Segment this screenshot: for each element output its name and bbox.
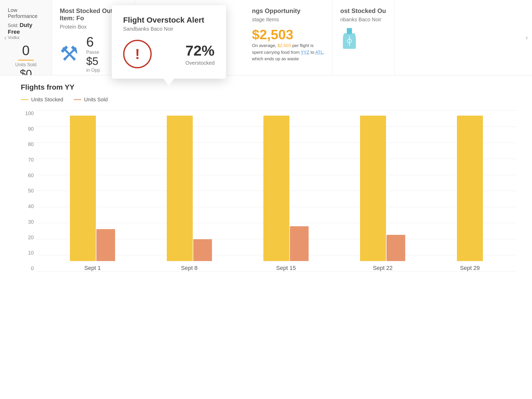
card-savings-opportunity: ngs Opportunity stage Items $2,503 On av… [244,0,332,75]
bars-area: Sept 1 Sept 8 Sept 15 [36,110,516,271]
bar-sold-sept1 [96,229,115,261]
savings-desc-prefix: On average, [252,43,277,48]
stocked-partial-money-label: in Opp [86,68,100,73]
savings-amount: $2,503 [252,27,324,42]
y-label-100: 100 [25,110,36,116]
legend-units-stocked: Units Stocked [21,97,63,103]
legend-label-stocked: Units Stocked [31,97,63,103]
x-label-sept15: Sept 15 [276,265,296,271]
units-sold-value: 0 [22,43,30,58]
bar-sold-sept8 [193,239,212,261]
popup-percent-label: Overstocked [185,60,215,66]
bars-sept15 [263,116,309,261]
y-label-30: 30 [28,219,36,225]
y-label-40: 40 [28,203,36,209]
savings-link-yyz[interactable]: YYZ [301,50,309,55]
legend-dot-sold [74,99,81,100]
chart-area: Flights from YY Units Stocked Units Sold… [0,75,532,399]
bar-stocked-sept15 [263,116,289,261]
alert-exclamation-icon: ! [135,47,140,61]
bar-group-sept29[interactable]: Sept 29 [457,116,483,271]
bar-stocked-sept1 [70,116,96,261]
bottle-icon [340,27,387,54]
last-stocked-title: ost Stocked Ou [340,7,387,15]
bar-stocked-sept8 [167,116,193,261]
popup-percent-value: 72% [185,42,215,59]
y-label-60: 60 [28,172,36,178]
popup-title: Flight Overstock Alert [123,16,215,24]
savings-description: On average, $2,503 per flight is spent c… [252,42,324,62]
savings-desc-link: $2,503 [277,43,291,48]
legend-dot-stocked [21,99,29,100]
svg-rect-1 [347,31,352,34]
stocked-partial-money: $5 [86,55,100,68]
x-label-sept22: Sept 22 [373,265,393,271]
x-label-sept8: Sept 8 [181,265,198,271]
y-label-20: 20 [28,235,36,241]
orange-divider [18,60,34,61]
chart-container: 100 90 80 70 60 50 40 30 20 10 0 [21,110,516,287]
sales-value: $0 [20,68,32,75]
y-label-90: 90 [28,126,36,132]
bar-stocked-sept22 [360,116,386,261]
bar-sold-sept15 [290,226,309,261]
y-label-70: 70 [28,157,36,163]
bar-sold-sept22 [387,235,405,261]
savings-link-atl[interactable]: ATL [315,50,323,55]
flight-overstock-popup: Flight Overstock Alert Sandbanks Baco No… [112,5,226,79]
bars-sept1 [70,116,115,261]
savings-title: ngs Opportunity [252,7,324,15]
units-sold-label: Units Sold [15,62,36,68]
alert-circle: ! [123,40,152,68]
savings-subtitle: stage Items [252,17,324,23]
savings-desc-to: to [309,50,315,55]
sold-label: Sold: [8,23,18,28]
stocked-partial-num: 6 [86,34,100,50]
cutlery-icon: ⚒ [60,42,78,66]
bar-stocked-sept29 [457,116,483,261]
arrow-left-icon[interactable]: ‹ [2,31,9,44]
bar-group-sept22[interactable]: Sept 22 [360,116,405,271]
arrow-right-icon[interactable]: › [523,31,530,44]
last-stocked-subtitle: nbanks Baco Noir [340,17,387,23]
low-performance-tag: Low Performance [8,7,44,19]
y-label-0: 0 [31,265,36,271]
sold-item-sub: Vodka [8,35,44,40]
popup-subtitle: Sandbanks Baco Noir [123,26,215,32]
bar-group-sept1[interactable]: Sept 1 [70,116,115,271]
legend-units-sold: Units Sold [74,97,108,103]
y-label-80: 80 [28,141,36,147]
x-label-sept1: Sept 1 [84,265,101,271]
bar-group-sept8[interactable]: Sept 8 [167,116,212,271]
y-label-10: 10 [28,250,36,256]
x-label-sept29: Sept 29 [460,265,480,271]
card-most-stocked-out-last: ost Stocked Ou nbanks Baco Noir [332,0,395,75]
bars-sept22 [360,116,405,261]
legend-label-sold: Units Sold [84,97,108,103]
bars-sept8 [167,116,212,261]
y-axis: 100 90 80 70 60 50 40 30 20 10 0 [21,110,36,271]
y-label-50: 50 [28,188,36,194]
bars-sept29 [457,116,483,261]
chart-title: Flights from YY [21,83,516,91]
cards-row: ‹ Low Performance Sold: Duty Free Vodka … [0,0,532,75]
popup-content: ! 72% Overstocked [123,40,215,68]
svg-rect-0 [347,28,352,32]
chart-legend: Units Stocked Units Sold [21,97,516,103]
popup-percent-block: 72% Overstocked [185,42,215,66]
stocked-partial-label: Passe [86,50,100,55]
bar-group-sept15[interactable]: Sept 15 [263,116,309,271]
